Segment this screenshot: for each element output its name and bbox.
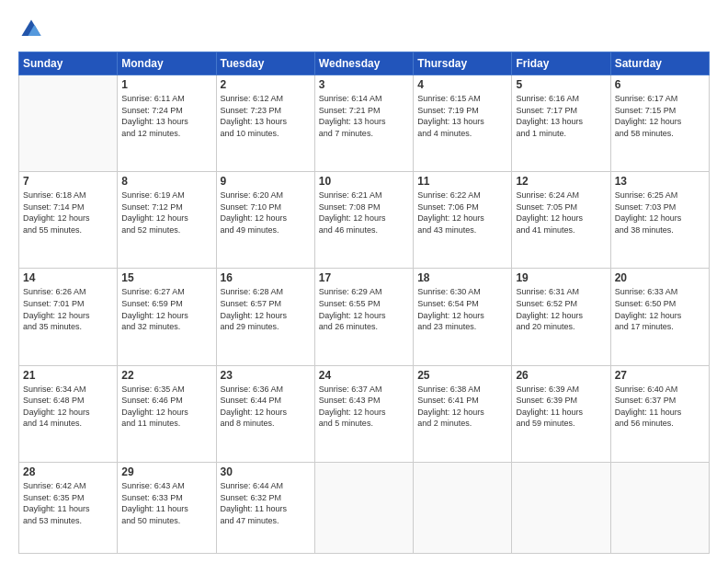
weekday-header-wednesday: Wednesday (314, 52, 413, 75)
day-info: Sunrise: 6:42 AM Sunset: 6:35 PM Dayligh… (23, 480, 113, 526)
weekday-header-sunday: Sunday (19, 52, 118, 75)
calendar-cell: 10Sunrise: 6:21 AM Sunset: 7:08 PM Dayli… (314, 172, 413, 269)
day-info: Sunrise: 6:28 AM Sunset: 6:57 PM Dayligh… (221, 286, 311, 332)
day-number: 11 (417, 175, 507, 188)
page: SundayMondayTuesdayWednesdayThursdayFrid… (0, 0, 728, 563)
calendar-cell: 16Sunrise: 6:28 AM Sunset: 6:57 PM Dayli… (216, 269, 314, 365)
calendar-cell: 22Sunrise: 6:35 AM Sunset: 6:46 PM Dayli… (118, 365, 216, 462)
calendar-cell: 12Sunrise: 6:24 AM Sunset: 7:05 PM Dayli… (512, 172, 610, 269)
calendar-cell: 9Sunrise: 6:20 AM Sunset: 7:10 PM Daylig… (216, 172, 314, 269)
calendar-cell: 3Sunrise: 6:14 AM Sunset: 7:21 PM Daylig… (314, 75, 413, 172)
calendar-cell: 8Sunrise: 6:19 AM Sunset: 7:12 PM Daylig… (118, 172, 216, 269)
weekday-header-tuesday: Tuesday (216, 52, 314, 75)
calendar-cell: 14Sunrise: 6:26 AM Sunset: 7:01 PM Dayli… (19, 269, 118, 365)
day-number: 4 (417, 78, 507, 91)
calendar-cell: 13Sunrise: 6:25 AM Sunset: 7:03 PM Dayli… (610, 172, 709, 269)
day-info: Sunrise: 6:31 AM Sunset: 6:52 PM Dayligh… (516, 286, 606, 332)
calendar-cell: 7Sunrise: 6:18 AM Sunset: 7:14 PM Daylig… (19, 172, 118, 269)
day-number: 5 (516, 78, 606, 91)
calendar-week-4: 28Sunrise: 6:42 AM Sunset: 6:35 PM Dayli… (19, 462, 710, 553)
calendar-cell: 5Sunrise: 6:16 AM Sunset: 7:17 PM Daylig… (512, 75, 610, 172)
calendar-cell (414, 462, 512, 553)
day-info: Sunrise: 6:12 AM Sunset: 7:23 PM Dayligh… (221, 93, 311, 139)
day-info: Sunrise: 6:25 AM Sunset: 7:03 PM Dayligh… (615, 190, 705, 236)
calendar-cell: 30Sunrise: 6:44 AM Sunset: 6:32 PM Dayli… (216, 462, 314, 553)
day-number: 21 (23, 369, 113, 382)
day-number: 6 (615, 78, 705, 91)
calendar-cell: 11Sunrise: 6:22 AM Sunset: 7:06 PM Dayli… (414, 172, 512, 269)
day-number: 23 (221, 369, 311, 382)
day-number: 15 (121, 271, 211, 284)
calendar-cell (314, 462, 413, 553)
calendar-cell: 19Sunrise: 6:31 AM Sunset: 6:52 PM Dayli… (512, 269, 610, 365)
calendar-week-1: 7Sunrise: 6:18 AM Sunset: 7:14 PM Daylig… (19, 172, 710, 269)
day-number: 18 (417, 271, 507, 284)
day-number: 29 (121, 465, 211, 478)
day-number: 9 (221, 175, 311, 188)
day-info: Sunrise: 6:24 AM Sunset: 7:05 PM Dayligh… (516, 190, 606, 236)
day-info: Sunrise: 6:17 AM Sunset: 7:15 PM Dayligh… (615, 93, 705, 139)
weekday-header-saturday: Saturday (610, 52, 709, 75)
day-number: 13 (615, 175, 705, 188)
header (18, 17, 710, 42)
day-info: Sunrise: 6:43 AM Sunset: 6:33 PM Dayligh… (121, 480, 211, 526)
logo (18, 17, 48, 42)
calendar-cell: 1Sunrise: 6:11 AM Sunset: 7:24 PM Daylig… (118, 75, 216, 172)
day-info: Sunrise: 6:39 AM Sunset: 6:39 PM Dayligh… (516, 384, 606, 430)
day-info: Sunrise: 6:29 AM Sunset: 6:55 PM Dayligh… (319, 286, 409, 332)
calendar-week-0: 1Sunrise: 6:11 AM Sunset: 7:24 PM Daylig… (19, 75, 710, 172)
day-number: 19 (516, 271, 606, 284)
calendar-cell: 17Sunrise: 6:29 AM Sunset: 6:55 PM Dayli… (314, 269, 413, 365)
day-info: Sunrise: 6:19 AM Sunset: 7:12 PM Dayligh… (121, 190, 211, 236)
day-info: Sunrise: 6:37 AM Sunset: 6:43 PM Dayligh… (319, 384, 409, 430)
day-info: Sunrise: 6:15 AM Sunset: 7:19 PM Dayligh… (417, 93, 507, 139)
day-info: Sunrise: 6:26 AM Sunset: 7:01 PM Dayligh… (23, 286, 113, 332)
calendar-cell: 20Sunrise: 6:33 AM Sunset: 6:50 PM Dayli… (610, 269, 709, 365)
day-number: 27 (615, 369, 705, 382)
calendar-header: SundayMondayTuesdayWednesdayThursdayFrid… (19, 52, 710, 75)
day-info: Sunrise: 6:40 AM Sunset: 6:37 PM Dayligh… (615, 384, 705, 430)
day-number: 12 (516, 175, 606, 188)
day-number: 30 (221, 465, 311, 478)
calendar-cell: 23Sunrise: 6:36 AM Sunset: 6:44 PM Dayli… (216, 365, 314, 462)
day-info: Sunrise: 6:35 AM Sunset: 6:46 PM Dayligh… (121, 384, 211, 430)
calendar-cell: 25Sunrise: 6:38 AM Sunset: 6:41 PM Dayli… (414, 365, 512, 462)
calendar-cell (610, 462, 709, 553)
day-number: 1 (121, 78, 211, 91)
day-info: Sunrise: 6:21 AM Sunset: 7:08 PM Dayligh… (319, 190, 409, 236)
day-info: Sunrise: 6:22 AM Sunset: 7:06 PM Dayligh… (417, 190, 507, 236)
weekday-row: SundayMondayTuesdayWednesdayThursdayFrid… (19, 52, 710, 75)
day-number: 2 (221, 78, 311, 91)
weekday-header-friday: Friday (512, 52, 610, 75)
calendar-cell: 24Sunrise: 6:37 AM Sunset: 6:43 PM Dayli… (314, 365, 413, 462)
day-number: 28 (23, 465, 113, 478)
calendar-cell: 2Sunrise: 6:12 AM Sunset: 7:23 PM Daylig… (216, 75, 314, 172)
day-number: 24 (319, 369, 409, 382)
day-info: Sunrise: 6:20 AM Sunset: 7:10 PM Dayligh… (221, 190, 311, 236)
calendar-cell (19, 75, 118, 172)
day-number: 17 (319, 271, 409, 284)
day-info: Sunrise: 6:36 AM Sunset: 6:44 PM Dayligh… (221, 384, 311, 430)
calendar-table: SundayMondayTuesdayWednesdayThursdayFrid… (18, 52, 710, 554)
day-number: 10 (319, 175, 409, 188)
day-number: 20 (615, 271, 705, 284)
calendar-cell: 27Sunrise: 6:40 AM Sunset: 6:37 PM Dayli… (610, 365, 709, 462)
weekday-header-monday: Monday (118, 52, 216, 75)
calendar-cell: 18Sunrise: 6:30 AM Sunset: 6:54 PM Dayli… (414, 269, 512, 365)
day-info: Sunrise: 6:18 AM Sunset: 7:14 PM Dayligh… (23, 190, 113, 236)
logo-icon (18, 17, 44, 42)
calendar-week-2: 14Sunrise: 6:26 AM Sunset: 7:01 PM Dayli… (19, 269, 710, 365)
day-info: Sunrise: 6:27 AM Sunset: 6:59 PM Dayligh… (121, 286, 211, 332)
calendar-cell: 26Sunrise: 6:39 AM Sunset: 6:39 PM Dayli… (512, 365, 610, 462)
day-number: 7 (23, 175, 113, 188)
day-number: 26 (516, 369, 606, 382)
day-info: Sunrise: 6:30 AM Sunset: 6:54 PM Dayligh… (417, 286, 507, 332)
day-number: 16 (221, 271, 311, 284)
calendar-cell (512, 462, 610, 553)
day-info: Sunrise: 6:16 AM Sunset: 7:17 PM Dayligh… (516, 93, 606, 139)
day-info: Sunrise: 6:14 AM Sunset: 7:21 PM Dayligh… (319, 93, 409, 139)
day-number: 14 (23, 271, 113, 284)
calendar-cell: 28Sunrise: 6:42 AM Sunset: 6:35 PM Dayli… (19, 462, 118, 553)
day-info: Sunrise: 6:44 AM Sunset: 6:32 PM Dayligh… (221, 480, 311, 526)
calendar-cell: 29Sunrise: 6:43 AM Sunset: 6:33 PM Dayli… (118, 462, 216, 553)
